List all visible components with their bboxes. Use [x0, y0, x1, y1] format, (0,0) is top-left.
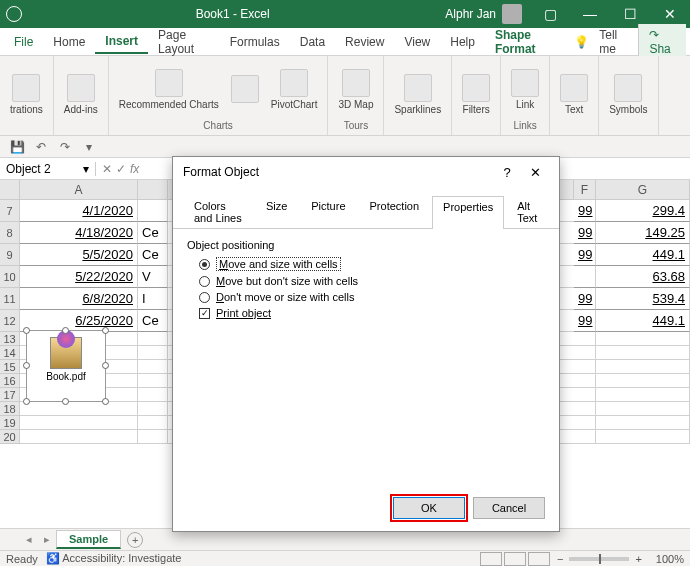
- zoom-in-button[interactable]: +: [635, 553, 641, 565]
- chevron-down-icon[interactable]: ▾: [83, 162, 89, 176]
- cell[interactable]: 63.68: [596, 266, 690, 288]
- cell[interactable]: 299.4: [596, 200, 690, 222]
- cell[interactable]: 5/22/2020: [20, 266, 138, 288]
- cancel-button[interactable]: Cancel: [473, 497, 545, 519]
- ribbon-button[interactable]: PivotChart: [267, 67, 322, 112]
- cell[interactable]: 6/8/2020: [20, 288, 138, 310]
- tab-insert[interactable]: Insert: [95, 30, 148, 54]
- cell[interactable]: 5/5/2020: [20, 244, 138, 266]
- resize-handle[interactable]: [23, 362, 30, 369]
- sheet-nav-next-icon[interactable]: ▸: [38, 533, 56, 546]
- cell[interactable]: Ce: [138, 222, 168, 244]
- radio-option[interactable]: Move but don't size with cells: [187, 273, 545, 289]
- radio-option[interactable]: Don't move or size with cells: [187, 289, 545, 305]
- cell[interactable]: I: [138, 288, 168, 310]
- ribbon-button[interactable]: Symbols: [605, 72, 651, 117]
- col-header-b[interactable]: [138, 180, 168, 200]
- redo-icon[interactable]: ↷: [56, 138, 74, 156]
- ok-button[interactable]: OK: [393, 497, 465, 519]
- tab-formulas[interactable]: Formulas: [220, 31, 290, 53]
- save-icon[interactable]: 💾: [8, 138, 26, 156]
- row-header[interactable]: 9: [0, 244, 20, 266]
- row-header[interactable]: 11: [0, 288, 20, 310]
- tab-view[interactable]: View: [394, 31, 440, 53]
- tab-page-layout[interactable]: Page Layout: [148, 24, 220, 60]
- fx-icon[interactable]: fx: [130, 162, 139, 176]
- name-box[interactable]: Object 2▾: [0, 162, 96, 176]
- dialog-tab-alt-text[interactable]: Alt Text: [506, 195, 549, 228]
- cell[interactable]: 449.1: [596, 244, 690, 266]
- ribbon-button[interactable]: [227, 73, 263, 105]
- row-header[interactable]: 10: [0, 266, 20, 288]
- dialog-help-button[interactable]: ?: [493, 165, 521, 180]
- enter-fx-icon[interactable]: ✓: [116, 162, 126, 176]
- dialog-tab-properties[interactable]: Properties: [432, 196, 504, 229]
- view-page-layout-icon[interactable]: [504, 552, 526, 566]
- ribbon-button[interactable]: Sparklines: [390, 72, 445, 117]
- cell[interactable]: 6/25/2020: [20, 310, 138, 332]
- dialog-tab-colors-and-lines[interactable]: Colors and Lines: [183, 195, 253, 228]
- ribbon-button[interactable]: trations: [6, 72, 47, 117]
- col-header-a[interactable]: A: [20, 180, 138, 200]
- ribbon-button[interactable]: Recommended Charts: [115, 67, 223, 112]
- ribbon-button[interactable]: Filters: [458, 72, 494, 117]
- row-header[interactable]: 18: [0, 402, 20, 416]
- row-header[interactable]: 17: [0, 388, 20, 402]
- cell[interactable]: [574, 266, 596, 288]
- tab-data[interactable]: Data: [290, 31, 335, 53]
- row-header[interactable]: 8: [0, 222, 20, 244]
- embedded-object[interactable]: Book.pdf: [26, 330, 106, 402]
- cell[interactable]: 539.4: [596, 288, 690, 310]
- zoom-level[interactable]: 100%: [656, 553, 684, 565]
- ribbon-button[interactable]: 3D Map: [334, 67, 377, 112]
- sheet-nav-prev-icon[interactable]: ◂: [20, 533, 38, 546]
- cell[interactable]: 149.25: [596, 222, 690, 244]
- undo-icon[interactable]: ↶: [32, 138, 50, 156]
- dialog-tab-protection[interactable]: Protection: [359, 195, 431, 228]
- tab-home[interactable]: Home: [43, 31, 95, 53]
- cell[interactable]: 4/1/2020: [20, 200, 138, 222]
- cell[interactable]: 99: [574, 310, 596, 332]
- cell[interactable]: 99: [574, 200, 596, 222]
- cell[interactable]: Ce: [138, 244, 168, 266]
- cell[interactable]: 99: [574, 288, 596, 310]
- row-header[interactable]: 7: [0, 200, 20, 222]
- zoom-slider[interactable]: [599, 554, 601, 564]
- cell[interactable]: [138, 200, 168, 222]
- share-button[interactable]: ↷ Sha: [638, 24, 686, 60]
- dialog-tab-picture[interactable]: Picture: [300, 195, 356, 228]
- view-page-break-icon[interactable]: [528, 552, 550, 566]
- resize-handle[interactable]: [102, 362, 109, 369]
- cell[interactable]: 99: [574, 244, 596, 266]
- add-sheet-button[interactable]: +: [127, 532, 143, 548]
- ribbon-button[interactable]: Link: [507, 67, 543, 112]
- row-header[interactable]: 19: [0, 416, 20, 430]
- sheet-tab[interactable]: Sample: [56, 530, 121, 549]
- row-header[interactable]: 20: [0, 430, 20, 444]
- resize-handle[interactable]: [23, 398, 30, 405]
- tab-review[interactable]: Review: [335, 31, 394, 53]
- print-object-checkbox[interactable]: ✓ Print object: [187, 305, 545, 321]
- view-normal-icon[interactable]: [480, 552, 502, 566]
- autosave-icon[interactable]: [6, 6, 22, 22]
- file-tab[interactable]: File: [4, 31, 43, 53]
- tell-me[interactable]: Tell me: [589, 24, 638, 60]
- dialog-close-button[interactable]: ✕: [521, 165, 549, 180]
- cell[interactable]: 99: [574, 222, 596, 244]
- ribbon-button[interactable]: Text: [556, 72, 592, 117]
- select-all-corner[interactable]: [0, 180, 20, 200]
- accessibility-status[interactable]: ♿ Accessibility: Investigate: [46, 552, 182, 565]
- qat-more-icon[interactable]: ▾: [80, 138, 98, 156]
- dialog-tab-size[interactable]: Size: [255, 195, 298, 228]
- tellme-icon[interactable]: 💡: [574, 35, 589, 49]
- dialog-title-bar[interactable]: Format Object ? ✕: [173, 157, 559, 187]
- row-header[interactable]: 14: [0, 346, 20, 360]
- resize-handle[interactable]: [62, 327, 69, 334]
- cell[interactable]: Ce: [138, 310, 168, 332]
- tab-help[interactable]: Help: [440, 31, 485, 53]
- resize-handle[interactable]: [102, 327, 109, 334]
- row-header[interactable]: 15: [0, 360, 20, 374]
- cell[interactable]: V: [138, 266, 168, 288]
- row-header[interactable]: 12: [0, 310, 20, 332]
- context-tab-shape-format[interactable]: Shape Format: [485, 24, 566, 60]
